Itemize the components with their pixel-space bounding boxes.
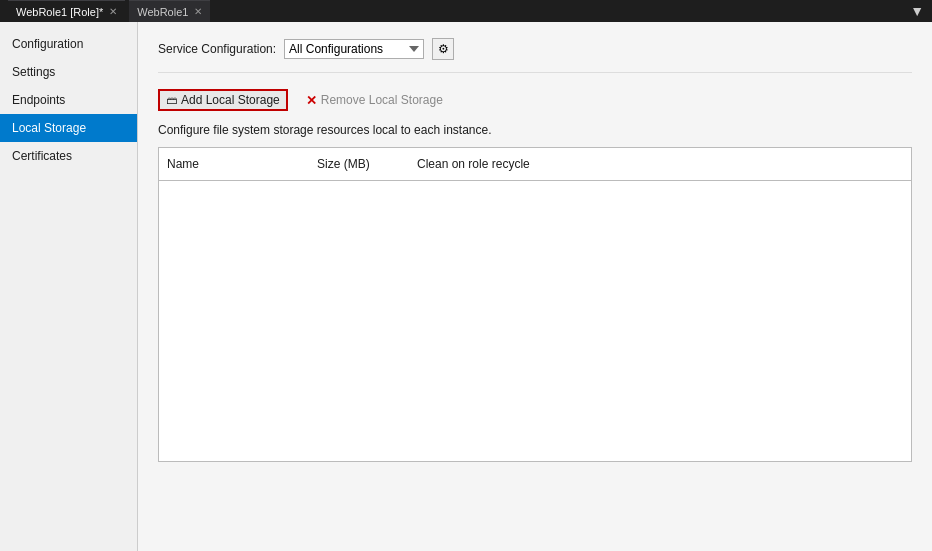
table-header-row: Name Size (MB) Clean on role recycle xyxy=(159,148,911,181)
tab-webrole1-label: WebRole1 xyxy=(137,6,188,18)
tab-webrole1-role-label: WebRole1 [Role]* xyxy=(16,6,103,18)
tab-webrole1-role-close[interactable]: ✕ xyxy=(109,6,117,17)
sidebar: Configuration Settings Endpoints Local S… xyxy=(0,22,138,551)
storage-table-wrapper: Name Size (MB) Clean on role recycle xyxy=(158,147,912,462)
add-local-storage-button[interactable]: 🗃 Add Local Storage xyxy=(158,89,288,111)
description-text: Configure file system storage resources … xyxy=(158,123,912,137)
content-area: Configuration Settings Endpoints Local S… xyxy=(0,22,932,551)
sidebar-item-certificates[interactable]: Certificates xyxy=(0,142,137,170)
remove-local-storage-button[interactable]: ✕ Remove Local Storage xyxy=(300,91,449,110)
sidebar-item-settings[interactable]: Settings xyxy=(0,58,137,86)
add-local-storage-label: Add Local Storage xyxy=(181,93,280,107)
table-header-name: Name xyxy=(159,153,309,175)
settings-icon: ⚙ xyxy=(438,42,449,56)
remove-local-storage-label: Remove Local Storage xyxy=(321,93,443,107)
tab-webrole1-close[interactable]: ✕ xyxy=(194,6,202,17)
remove-icon: ✕ xyxy=(306,93,317,108)
sidebar-item-configuration[interactable]: Configuration xyxy=(0,30,137,58)
add-storage-icon: 🗃 xyxy=(166,94,177,106)
service-config-label: Service Configuration: xyxy=(158,42,276,56)
title-bar: WebRole1 [Role]* ✕ WebRole1 ✕ ▼ xyxy=(0,0,932,22)
table-header-clean: Clean on role recycle xyxy=(409,153,911,175)
service-config-settings-button[interactable]: ⚙ xyxy=(432,38,454,60)
main-panel: Service Configuration: All Configuration… xyxy=(138,22,932,551)
main-container: Configuration Settings Endpoints Local S… xyxy=(0,22,932,551)
sidebar-item-endpoints[interactable]: Endpoints xyxy=(0,86,137,114)
toolbar-row: 🗃 Add Local Storage ✕ Remove Local Stora… xyxy=(158,89,912,111)
table-body xyxy=(159,181,911,461)
service-config-row: Service Configuration: All Configuration… xyxy=(158,38,912,73)
title-bar-dropdown[interactable]: ▼ xyxy=(910,3,924,19)
tab-webrole1-role[interactable]: WebRole1 [Role]* ✕ xyxy=(8,0,125,22)
tab-webrole1[interactable]: WebRole1 ✕ xyxy=(129,0,210,22)
table-header-size: Size (MB) xyxy=(309,153,409,175)
sidebar-item-local-storage[interactable]: Local Storage xyxy=(0,114,137,142)
service-config-select[interactable]: All Configurations Cloud Local xyxy=(284,39,424,59)
